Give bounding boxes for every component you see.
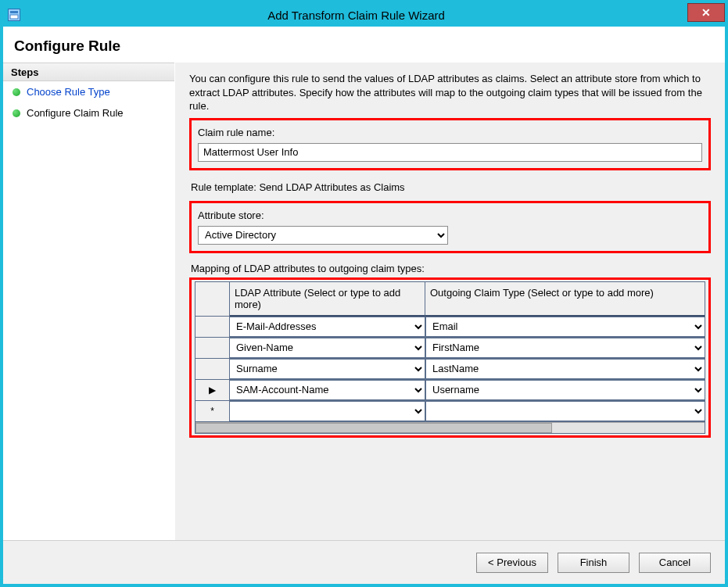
- finish-button[interactable]: Finish: [558, 553, 629, 573]
- previous-button[interactable]: < Previous: [476, 553, 548, 573]
- instructions-text: You can configure this rule to send the …: [189, 72, 711, 113]
- scrollbar-thumb[interactable]: [195, 423, 552, 433]
- ldap-attr-select[interactable]: [230, 401, 425, 421]
- claim-type-select[interactable]: Email: [425, 317, 705, 337]
- steps-sidebar: Steps Choose Rule Type Configure Claim R…: [3, 63, 175, 540]
- attribute-store-section: Attribute store: Active Directory: [189, 201, 711, 253]
- table-row-new: *: [195, 401, 705, 422]
- row-marker-new: *: [195, 401, 230, 422]
- claim-type-header: Outgoing Claim Type (Select or type to a…: [425, 282, 705, 317]
- ldap-attr-header: LDAP Attribute (Select or type to add mo…: [230, 282, 425, 317]
- claim-rule-name-label: Claim rule name:: [198, 127, 702, 138]
- svg-rect-2: [10, 15, 18, 19]
- window-title: Add Transform Claim Rule Wizard: [27, 9, 686, 22]
- step-configure-claim-rule[interactable]: Configure Claim Rule: [3, 102, 174, 123]
- mapping-table-section: LDAP Attribute (Select or type to add mo…: [189, 277, 711, 438]
- table-row: Surname LastName: [195, 359, 705, 380]
- claim-rule-name-section: Claim rule name:: [189, 118, 711, 170]
- grid-body: E-Mail-Addresses Email Given-Name: [195, 317, 705, 422]
- body-row: Steps Choose Rule Type Configure Claim R…: [3, 63, 725, 540]
- main-panel: You can configure this rule to send the …: [175, 63, 725, 540]
- app-icon: [8, 9, 20, 21]
- step-label: Choose Rule Type: [27, 86, 110, 98]
- claim-type-select[interactable]: [425, 401, 705, 421]
- table-row: ▶ SAM-Account-Name Username: [195, 380, 705, 401]
- attribute-store-label: Attribute store:: [198, 209, 702, 221]
- table-row: E-Mail-Addresses Email: [195, 317, 705, 338]
- attribute-store-select[interactable]: Active Directory: [198, 226, 448, 245]
- step-label: Configure Claim Rule: [27, 107, 124, 119]
- client-area: Configure Rule Steps Choose Rule Type Co…: [3, 27, 725, 584]
- grid-marker-header: [195, 282, 230, 317]
- mapping-label: Mapping of LDAP attributes to outgoing c…: [191, 263, 711, 274]
- ldap-attr-select[interactable]: Given-Name: [230, 338, 425, 358]
- title-bar: Add Transform Claim Rule Wizard ✕: [3, 3, 725, 27]
- claim-type-select[interactable]: LastName: [425, 359, 705, 379]
- mapping-grid: LDAP Attribute (Select or type to add mo…: [195, 281, 705, 434]
- step-bullet-icon: [13, 88, 20, 96]
- row-marker: [195, 317, 230, 338]
- page-title: Configure Rule: [3, 27, 725, 63]
- ldap-attr-select[interactable]: E-Mail-Addresses: [230, 317, 425, 337]
- ldap-attr-select[interactable]: SAM-Account-Name: [230, 380, 425, 400]
- wizard-footer: < Previous Finish Cancel: [3, 540, 725, 584]
- close-button[interactable]: ✕: [687, 3, 725, 22]
- claim-type-select[interactable]: Username: [425, 380, 705, 400]
- cancel-button[interactable]: Cancel: [639, 553, 711, 573]
- claim-rule-name-input[interactable]: [198, 143, 702, 162]
- table-row: Given-Name FirstName: [195, 338, 705, 359]
- close-icon: ✕: [701, 6, 711, 19]
- step-choose-rule-type[interactable]: Choose Rule Type: [3, 81, 174, 102]
- grid-horizontal-scrollbar[interactable]: [195, 422, 705, 433]
- ldap-attr-select[interactable]: Surname: [230, 359, 425, 379]
- wizard-window: Add Transform Claim Rule Wizard ✕ Config…: [0, 0, 728, 587]
- rule-template-text: Rule template: Send LDAP Attributes as C…: [191, 181, 711, 193]
- steps-header: Steps: [3, 63, 174, 81]
- grid-header-row: LDAP Attribute (Select or type to add mo…: [195, 282, 705, 317]
- row-marker-current: ▶: [195, 380, 230, 401]
- svg-rect-1: [10, 11, 18, 13]
- claim-type-select[interactable]: FirstName: [425, 338, 705, 358]
- step-bullet-icon: [13, 109, 20, 117]
- row-marker: [195, 359, 230, 380]
- row-marker: [195, 338, 230, 359]
